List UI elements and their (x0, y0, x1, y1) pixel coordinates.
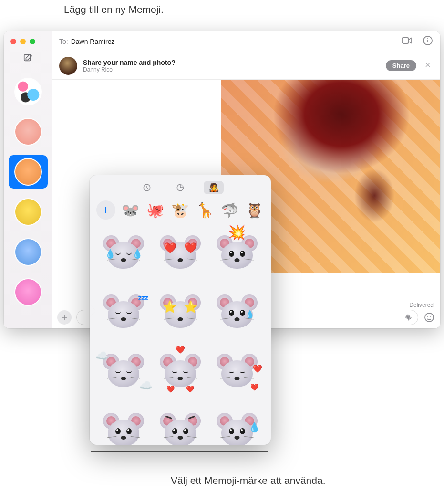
sticker-mouse-angry[interactable] (154, 406, 207, 445)
zoom-window-button[interactable] (30, 39, 35, 44)
callout-line (178, 452, 178, 465)
svg-rect-1 (402, 38, 409, 43)
conversation-item[interactable] (9, 75, 48, 108)
animoji-owl[interactable]: 🦉 (244, 200, 264, 220)
animoji-selector-row: 🐭 🐙 🐮 🦒 🦈 🦉 (95, 200, 265, 225)
sticker-mouse-single-tear[interactable]: 💧 (210, 288, 263, 336)
recipient-name: Dawn Ramirez (71, 38, 115, 45)
tab-memoji[interactable]: 🧑‍🎤 (204, 181, 224, 194)
sticker-mouse-laugh-tears[interactable]: 💧 💧 (97, 229, 150, 276)
callout-choose-sticker: Välj ett Memoji-märke att använda. (171, 474, 325, 487)
memoji-sticker-grid: 💧 💧 ❤️❤️ 💥 ᶻᶻᶻ ⭐⭐ 💧 ☁️☁️ (95, 225, 265, 445)
avatar (15, 239, 41, 265)
sticker-mouse-clouds[interactable]: ☁️☁️ (97, 347, 150, 395)
sticker-mouse-shy-hearts[interactable]: ❤️❤️ (210, 347, 263, 395)
conversation-item[interactable] (9, 195, 48, 229)
sidebar (4, 31, 52, 328)
compose-button[interactable] (21, 50, 36, 65)
animoji-shark[interactable]: 🦈 (219, 200, 239, 220)
minimize-window-button[interactable] (20, 39, 26, 44)
delivery-status: Delivered (409, 302, 434, 308)
animoji-cow[interactable]: 🐮 (170, 200, 190, 220)
avatar (15, 279, 41, 305)
sticker-mouse-sleeping[interactable]: ᶻᶻᶻ (97, 288, 150, 336)
memoji-popover: 🧑‍🎤 🐭 🐙 🐮 🦒 🦈 🦉 💧 💧 ❤️❤️ 💥 (90, 175, 271, 445)
close-window-button[interactable] (10, 39, 16, 44)
apps-button[interactable] (57, 310, 72, 325)
sticker-mouse-heart-eyes[interactable]: ❤️❤️ (154, 229, 207, 276)
to-label: To: (59, 38, 68, 45)
svg-point-9 (425, 313, 434, 322)
svg-point-11 (430, 316, 431, 317)
tear-icon: 💧 (105, 249, 115, 259)
memoji-icon: 🧑‍🎤 (208, 182, 219, 193)
svg-point-4 (427, 38, 428, 39)
sticker-mouse-star-eyes[interactable]: ⭐⭐ (154, 288, 207, 336)
avatar (15, 199, 41, 225)
share-banner-title: Share your name and photo? (83, 59, 176, 66)
avatar (59, 57, 77, 75)
info-icon[interactable] (422, 35, 434, 48)
sticker-mouse-mind-blown[interactable]: 💥 (210, 229, 263, 276)
animoji-octopus[interactable]: 🐙 (145, 200, 165, 220)
emoji-picker-icon[interactable] (423, 311, 435, 324)
share-name-photo-banner: Share your name and photo? Danny Rico Sh… (52, 52, 440, 80)
conversation-item[interactable] (9, 115, 48, 148)
tab-recents[interactable] (137, 181, 157, 194)
sticker-mouse-cold-sweat[interactable]: 💧 (210, 406, 263, 445)
tear-icon: 💧 (132, 249, 143, 259)
conversation-list (9, 73, 48, 309)
animoji-giraffe[interactable]: 🦒 (195, 200, 215, 220)
popover-tabs: 🧑‍🎤 (95, 181, 265, 194)
heart-icon: ❤️ (176, 345, 185, 354)
callout-add-memoji: Lägg till en ny Memoji. (64, 4, 164, 15)
conversation-item[interactable] (9, 275, 48, 309)
close-icon[interactable] (422, 59, 434, 73)
avatar (15, 119, 41, 145)
animoji-mouse[interactable]: 🐭 (120, 200, 140, 220)
add-memoji-button[interactable] (96, 200, 115, 220)
tab-stickers[interactable] (170, 181, 190, 194)
share-banner-subtitle: Danny Rico (83, 66, 176, 73)
share-button[interactable]: Share (386, 60, 416, 71)
conversation-header: To: Dawn Ramirez (52, 31, 440, 52)
sticker-mouse-worried[interactable] (97, 406, 150, 445)
conversation-item[interactable] (9, 155, 48, 189)
svg-point-10 (427, 316, 428, 317)
audio-record-icon[interactable] (403, 312, 415, 323)
window-controls (4, 35, 41, 50)
facetime-icon[interactable] (401, 35, 413, 48)
avatar (15, 159, 41, 185)
callout-line (91, 448, 268, 452)
conversation-item[interactable] (9, 235, 48, 269)
avatar (15, 79, 41, 105)
sticker-mouse-blowing-kiss[interactable]: ❤️❤️❤️ (154, 347, 207, 395)
